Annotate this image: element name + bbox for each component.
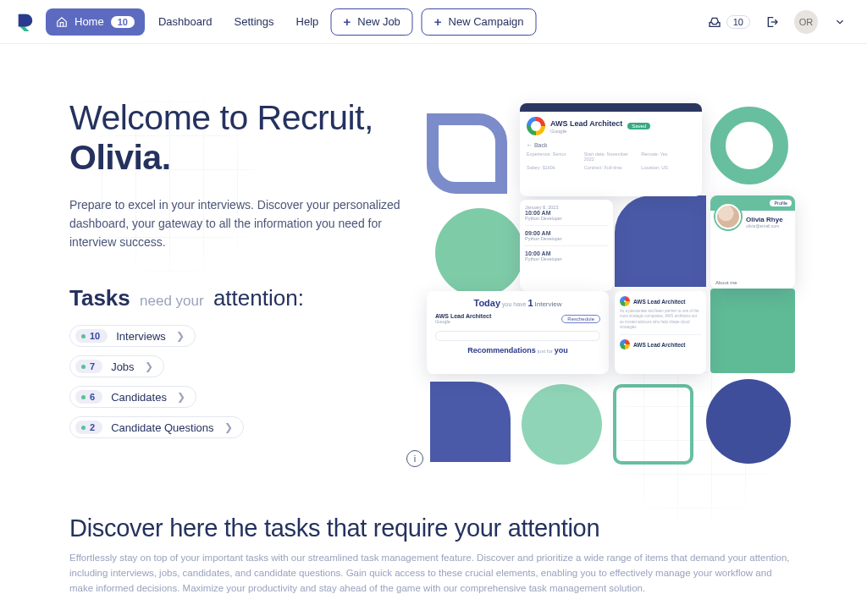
task-candidates[interactable]: 6 Candidates ❯ bbox=[69, 386, 196, 408]
page-title: Welcome to Recruit, Olivia. bbox=[69, 98, 410, 178]
shape-circle-green bbox=[435, 208, 524, 297]
inbox-icon bbox=[708, 15, 721, 29]
status-badge: Saved bbox=[627, 123, 650, 129]
hero-collage: AWS Lead Architect Google Saved ← Back E… bbox=[427, 98, 833, 487]
discover-heading: Discover here the tasks that require you… bbox=[69, 514, 798, 542]
new-job-button[interactable]: + New Job bbox=[331, 8, 413, 36]
greeting-name: Olivia. bbox=[69, 138, 410, 178]
google-logo-icon bbox=[620, 339, 630, 349]
google-logo-icon bbox=[527, 117, 545, 135]
home-icon bbox=[56, 16, 68, 28]
shape-circle-navy bbox=[706, 379, 791, 464]
tasks-heading: Tasks need your attention: bbox=[69, 285, 410, 311]
card-schedule: January 8, 2023 10:00 AM Python Develope… bbox=[520, 200, 613, 291]
primary-nav: Home 10 Dashboard Settings Help bbox=[46, 8, 356, 36]
task-jobs[interactable]: 7 Jobs ❯ bbox=[69, 355, 164, 377]
shape-square-outline bbox=[613, 384, 693, 465]
user-avatar[interactable]: OR bbox=[794, 10, 818, 34]
task-count: 7 bbox=[75, 360, 102, 373]
hero-left: Welcome to Recruit, Olivia. Prepare to e… bbox=[69, 98, 410, 487]
task-label: Candidates bbox=[111, 391, 167, 404]
new-campaign-label: New Campaign bbox=[449, 15, 524, 28]
shape-leaf-solid bbox=[430, 382, 511, 462]
inbox-button[interactable]: 10 bbox=[708, 15, 750, 29]
task-count: 6 bbox=[75, 390, 102, 404]
task-count: 10 bbox=[75, 329, 108, 343]
brand-logo bbox=[15, 13, 34, 31]
avatar bbox=[715, 204, 741, 229]
inbox-count: 10 bbox=[726, 15, 750, 29]
logout-icon bbox=[765, 15, 779, 29]
tasks-word-light: need your bbox=[136, 293, 207, 309]
nav-settings[interactable]: Settings bbox=[226, 10, 283, 33]
task-count: 2 bbox=[75, 421, 102, 434]
chevron-down-icon bbox=[834, 16, 846, 28]
shape-circle-green bbox=[522, 384, 602, 465]
main: Welcome to Recruit, Olivia. Prepare to e… bbox=[0, 44, 867, 487]
discover-section: Discover here the tasks that require you… bbox=[0, 487, 867, 596]
discover-body: Effortlessly stay on top of your importa… bbox=[69, 551, 798, 596]
info-icon[interactable]: i bbox=[406, 450, 423, 467]
account-menu-toggle[interactable] bbox=[828, 10, 852, 34]
profile-name: Olivia Rhye bbox=[746, 216, 783, 223]
card-today: Today you have 1 Interview AWS Lead Arch… bbox=[427, 291, 609, 374]
shape-square-green bbox=[710, 289, 795, 373]
shape-ring bbox=[710, 107, 788, 184]
task-label: Candidate Questions bbox=[111, 421, 213, 434]
nav-home-badge: 10 bbox=[111, 16, 135, 28]
chevron-right-icon: ❯ bbox=[145, 360, 153, 372]
google-logo-icon bbox=[620, 296, 630, 306]
task-label: Interviews bbox=[116, 330, 166, 343]
profile-button: Profile bbox=[770, 200, 792, 206]
shape-leaf-solid bbox=[615, 195, 706, 287]
job-company: Google bbox=[550, 129, 566, 134]
task-list: 10 Interviews ❯ 7 Jobs ❯ 6 Candidates ❯ … bbox=[69, 325, 410, 438]
chevron-right-icon: ❯ bbox=[224, 421, 233, 433]
greeting-prefix: Welcome to Recruit, bbox=[69, 98, 373, 137]
new-campaign-button[interactable]: + New Campaign bbox=[422, 8, 537, 36]
logout-button[interactable] bbox=[760, 10, 784, 34]
chevron-right-icon: ❯ bbox=[176, 330, 185, 342]
nav-home-label: Home bbox=[75, 15, 104, 28]
right-group: 10 OR bbox=[708, 10, 852, 34]
nav-home[interactable]: Home 10 bbox=[46, 8, 145, 36]
tasks-word-strong: Tasks bbox=[69, 285, 130, 311]
card-job-detail: AWS Lead Architect Google Saved ← Back E… bbox=[520, 103, 702, 196]
nav-help[interactable]: Help bbox=[288, 10, 328, 33]
card-header-bar bbox=[520, 103, 702, 112]
back-link: ← Back bbox=[527, 142, 695, 148]
task-candidate-questions[interactable]: 2 Candidate Questions ❯ bbox=[69, 416, 244, 438]
card-listing: AWS Lead Architect As a passionate and k… bbox=[615, 291, 706, 374]
card-profile: Profile Olivia Rhye olivia@email.com Abo… bbox=[710, 195, 795, 289]
shape-leaf-outline bbox=[427, 113, 507, 194]
task-label: Jobs bbox=[111, 360, 134, 373]
new-job-label: New Job bbox=[357, 15, 400, 28]
topbar: Home 10 Dashboard Settings Help + New Jo… bbox=[0, 0, 867, 44]
about-me-label: About me bbox=[715, 280, 737, 285]
hero-subtitle: Prepare to excel in your interviews. Dis… bbox=[69, 196, 408, 251]
tasks-word-mid: attention: bbox=[213, 285, 304, 311]
center-actions: + New Job + New Campaign bbox=[331, 8, 537, 36]
job-title: AWS Lead Architect bbox=[550, 119, 622, 128]
nav-dashboard[interactable]: Dashboard bbox=[150, 10, 221, 33]
chevron-right-icon: ❯ bbox=[177, 391, 185, 403]
task-interviews[interactable]: 10 Interviews ❯ bbox=[69, 325, 196, 347]
reschedule-button: Reschedule bbox=[561, 315, 600, 323]
